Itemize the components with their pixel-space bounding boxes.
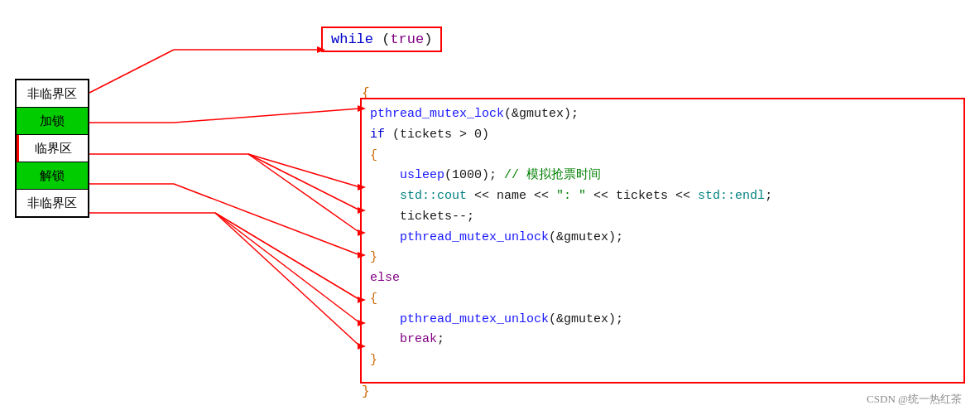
code-line-4: usleep(1000); // 模拟抢票时间 <box>370 166 955 186</box>
while-box: while (true) <box>321 27 442 52</box>
ann-critical: 临界区 <box>17 135 88 162</box>
svg-line-11 <box>248 154 360 233</box>
code-line-6: tickets--; <box>370 207 955 228</box>
close-brace-main: } <box>362 384 370 399</box>
while-paren-open: ( <box>373 31 390 47</box>
code-line-11: pthread_mutex_unlock(&gmutex); <box>370 310 955 331</box>
str-colon: ": " <box>556 189 586 203</box>
pthread-unlock-fn-2: pthread_mutex_unlock <box>400 312 549 326</box>
code-line-3: { <box>370 146 955 166</box>
svg-line-7 <box>248 154 360 187</box>
svg-line-14 <box>174 184 360 255</box>
usleep-fn: usleep <box>400 168 444 182</box>
while-true: true <box>390 31 424 47</box>
code-line-10: { <box>370 289 955 310</box>
watermark: CSDN @统一热红茶 <box>867 392 962 407</box>
svg-line-4 <box>174 109 360 123</box>
while-keyword: while <box>331 31 373 47</box>
code-line-1: pthread_mutex_lock(&gmutex); <box>370 104 955 125</box>
ann-lock: 加锁 <box>17 108 88 135</box>
else-keyword: else <box>370 271 400 285</box>
while-paren-close: ) <box>424 31 432 47</box>
ann-unlock: 解锁 <box>17 162 88 190</box>
std-cout: std::cout <box>400 189 467 203</box>
code-area: pthread_mutex_lock(&gmutex); if (tickets… <box>360 98 965 384</box>
std-endl: std::endl <box>698 189 765 203</box>
break-keyword: break <box>400 332 437 346</box>
code-line-5: std::cout << name << ": " << tickets << … <box>370 186 955 207</box>
pthread-lock-fn: pthread_mutex_lock <box>370 107 504 121</box>
svg-line-17 <box>215 213 360 300</box>
svg-line-19 <box>215 213 360 323</box>
svg-line-9 <box>248 154 360 210</box>
ann-non-critical-bottom: 非临界区 <box>17 190 88 216</box>
annotation-box: 非临界区 加锁 临界区 解锁 非临界区 <box>15 79 89 218</box>
code-line-12: break; <box>370 330 955 350</box>
svg-line-21 <box>215 213 360 346</box>
if-keyword: if <box>370 128 385 142</box>
code-line-8: } <box>370 248 955 268</box>
comment-1: // 模拟抢票时间 <box>504 168 601 182</box>
pthread-unlock-fn-1: pthread_mutex_unlock <box>400 230 549 244</box>
svg-line-0 <box>89 50 174 93</box>
code-line-9: else <box>370 268 955 289</box>
code-line-2: if (tickets > 0) <box>370 125 955 146</box>
main-container: 非临界区 加锁 临界区 解锁 非临界区 while (true) { pthre… <box>0 0 980 415</box>
code-line-7: pthread_mutex_unlock(&gmutex); <box>370 228 955 249</box>
code-line-13: } <box>370 350 955 371</box>
ann-non-critical-top: 非临界区 <box>17 80 88 108</box>
